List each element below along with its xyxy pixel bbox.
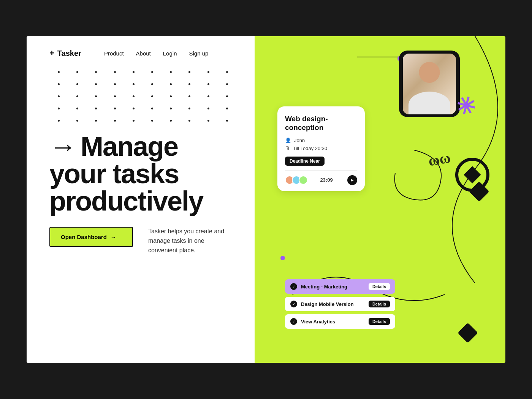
logo[interactable]: + Tasker	[49, 48, 81, 58]
dot	[180, 66, 199, 78]
task-time: 23:09	[320, 177, 332, 183]
diamond-decoration-right	[472, 184, 486, 199]
dot	[199, 102, 218, 114]
task-check-2: ✓	[290, 301, 297, 307]
person-head	[419, 62, 440, 83]
logo-icon: +	[49, 48, 54, 58]
dot	[143, 102, 162, 114]
dot	[143, 78, 162, 90]
dot	[124, 90, 143, 102]
dot	[143, 114, 162, 127]
dot	[180, 102, 199, 114]
hero-title-line2: your tasks	[49, 160, 236, 187]
dot	[49, 90, 68, 102]
task-assignee-row: 👤 John	[285, 138, 357, 143]
dot	[162, 90, 180, 102]
profile-card	[399, 51, 460, 117]
screen: + Tasker Product About Login Sign up →	[27, 36, 505, 363]
task-due: Till Today 20:30	[293, 146, 327, 151]
open-dashboard-arrow: →	[111, 234, 116, 240]
dot	[68, 102, 87, 114]
nav-links: Product About Login Sign up	[104, 50, 208, 57]
task-details-btn-3[interactable]: Details	[369, 318, 390, 325]
diamond-shape	[469, 181, 489, 202]
task-card-meta: 👤 John 🗓 Till Today 20:30	[285, 138, 357, 151]
hero-title-line3: productively	[49, 187, 236, 215]
person-body	[408, 92, 450, 114]
dot	[180, 90, 199, 102]
task-card: Web design-conception 👤 John 🗓 Till Toda…	[277, 106, 365, 191]
task-avatars	[285, 176, 306, 185]
bottom-row: Open Dashboard → Tasker helps you create…	[49, 227, 236, 255]
task-details-btn-2[interactable]: Details	[369, 301, 390, 307]
profile-image	[403, 54, 456, 114]
task-card-title: Web design-conception	[285, 115, 357, 132]
hero-arrow: →	[49, 133, 76, 160]
task-list-item-1: ✓ Meeting - Marketing Details	[285, 279, 395, 294]
dot	[49, 114, 68, 127]
dot	[180, 78, 199, 90]
purple-dot-mid	[280, 256, 285, 260]
task-assignee: John	[294, 138, 305, 143]
dot	[87, 66, 105, 78]
logo-text: Tasker	[57, 49, 81, 58]
person-icon: 👤	[285, 138, 291, 143]
dot	[162, 66, 180, 78]
dot	[106, 114, 124, 127]
play-button[interactable]: ▶	[347, 175, 357, 185]
dot	[199, 66, 218, 78]
nav-product[interactable]: Product	[104, 50, 124, 57]
dot	[199, 90, 218, 102]
open-dashboard-button[interactable]: Open Dashboard →	[49, 227, 133, 247]
calendar-icon: 🗓	[285, 146, 290, 151]
task-list-label-1: Meeting - Marketing	[301, 284, 369, 290]
tagline-text: Tasker helps you create and manage tasks…	[148, 227, 232, 255]
dot	[143, 90, 162, 102]
dot	[49, 78, 68, 90]
dot	[199, 78, 218, 90]
dot	[87, 90, 105, 102]
diamond-shape-bottom	[458, 323, 478, 343]
dot	[68, 66, 87, 78]
diamond-decoration-bottom	[461, 326, 475, 340]
task-list-label-3: View Analytics	[301, 319, 369, 325]
dot	[87, 78, 105, 90]
right-panel: ✳ Web design-conception 👤 John 🗓 Till To…	[255, 36, 505, 363]
navbar: + Tasker Product About Login Sign up	[49, 48, 236, 58]
dot	[218, 78, 236, 90]
squiggle-decoration: ωω	[427, 148, 452, 169]
nav-signup[interactable]: Sign up	[189, 50, 208, 57]
dot	[162, 78, 180, 90]
task-check-1: ✓	[290, 283, 297, 290]
dot	[49, 102, 68, 114]
nav-login[interactable]: Login	[163, 50, 177, 57]
dot	[68, 78, 87, 90]
dot	[218, 114, 236, 127]
dot	[106, 102, 124, 114]
dot	[106, 78, 124, 90]
dot	[87, 102, 105, 114]
dot-grid	[49, 66, 236, 127]
task-list-item-2: ✓ Design Mobile Version Details	[285, 297, 395, 311]
dot	[180, 114, 199, 127]
task-footer: 23:09 ▶	[285, 175, 357, 185]
deadline-badge: Deadline Near	[285, 157, 325, 166]
open-dashboard-label: Open Dashboard	[61, 234, 107, 240]
dot	[106, 90, 124, 102]
task-list-item-3: ✓ View Analytics Details	[285, 314, 395, 329]
task-due-row: 🗓 Till Today 20:30	[285, 146, 357, 151]
dot	[124, 114, 143, 127]
dot	[68, 114, 87, 127]
nav-about[interactable]: About	[136, 50, 151, 57]
hero-text: → Manage your tasks productively	[49, 133, 236, 215]
dot	[199, 114, 218, 127]
dot	[218, 102, 236, 114]
hero-line1: Manage	[81, 133, 178, 160]
dot	[68, 90, 87, 102]
left-panel: + Tasker Product About Login Sign up →	[27, 36, 255, 363]
dot	[106, 66, 124, 78]
dot	[162, 114, 180, 127]
task-list-label-2: Design Mobile Version	[301, 301, 369, 307]
hero-title-line1: → Manage	[49, 133, 236, 160]
task-details-btn-1[interactable]: Details	[369, 283, 390, 290]
